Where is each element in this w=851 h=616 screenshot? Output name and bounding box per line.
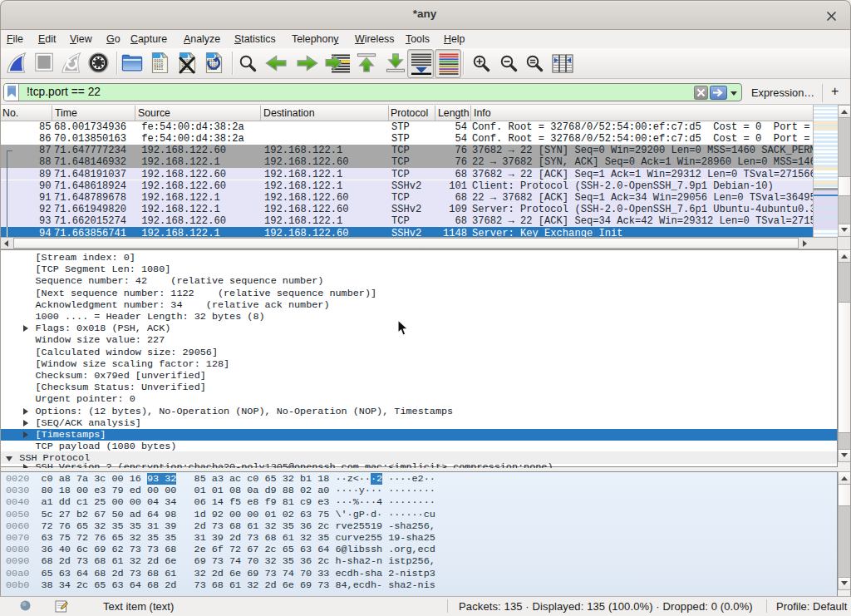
svg-text:0111: 0111 xyxy=(154,67,163,71)
